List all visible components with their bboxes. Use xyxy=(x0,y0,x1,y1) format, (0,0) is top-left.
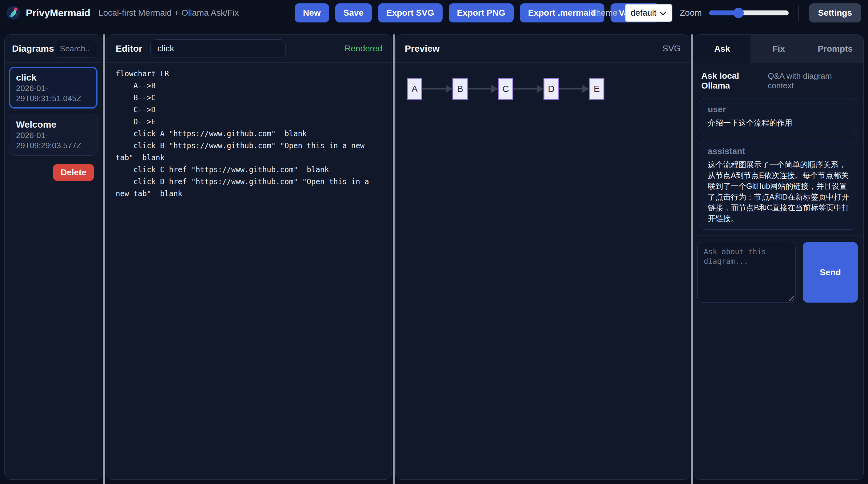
tab-ask[interactable]: Ask xyxy=(694,35,750,63)
preview-panel: Preview SVG A B C D E xyxy=(395,34,690,480)
app-header: PrivyMermaid Local-first Mermaid + Ollam… xyxy=(0,0,868,26)
ask-heading: Ask local Ollama xyxy=(701,71,768,91)
editor-title: Editor xyxy=(116,43,143,54)
diagram-timestamp: 2026-01-29T09:29:03.577Z xyxy=(16,130,90,151)
arrowhead-icon xyxy=(446,85,453,93)
message-role: assistant xyxy=(708,146,849,157)
ask-input[interactable] xyxy=(698,242,796,302)
chevron-down-icon xyxy=(660,9,666,15)
flowchart-node-c[interactable]: C xyxy=(498,78,514,100)
app-title: PrivyMermaid xyxy=(26,7,90,19)
settings-button[interactable]: Settings xyxy=(809,3,861,23)
diagram-timestamp: 2026-01-29T09:31:51.045Z xyxy=(16,83,90,104)
ask-subheading: Q&A with diagram context xyxy=(768,71,857,90)
send-button[interactable]: Send xyxy=(803,242,858,302)
message-text: 介绍一下这个流程的作用 xyxy=(708,118,849,128)
assistant-tabs: Ask Fix Prompts xyxy=(694,35,863,63)
tab-fix[interactable]: Fix xyxy=(750,35,807,63)
diagram-name: click xyxy=(16,72,90,83)
flowchart-edge xyxy=(559,85,589,93)
mermaid-logo-icon xyxy=(6,6,20,20)
mermaid-code-editor[interactable]: flowchart LR A-->B B-->C C-->D D-->E cli… xyxy=(116,68,386,471)
theme-select-value: default xyxy=(630,8,656,18)
search-input[interactable] xyxy=(54,40,98,58)
message-text: 这个流程图展示了一个简单的顺序关系，从节点A到节点E依次连接。每个节点都关联到了… xyxy=(708,159,849,224)
theme-select[interactable]: default xyxy=(625,4,672,22)
header-controls: Theme default Zoom Settings xyxy=(591,3,861,23)
chat-message-user: user 介绍一下这个流程的作用 xyxy=(700,98,857,134)
editor-header: Editor Rendered xyxy=(106,35,392,63)
new-button[interactable]: New xyxy=(294,3,329,23)
brand: PrivyMermaid Local-first Mermaid + Ollam… xyxy=(6,0,239,26)
flowchart-diagram: A B C D E xyxy=(407,78,690,100)
chat-message-assistant: assistant 这个流程图展示了一个简单的顺序关系，从节点A到节点E依次连接… xyxy=(700,140,857,230)
editor-panel: Editor Rendered flowchart LR A-->B B-->C… xyxy=(106,34,392,480)
flowchart-node-a[interactable]: A xyxy=(407,78,422,100)
diagrams-sidebar: Diagrams click 2026-01-29T09:31:51.045Z … xyxy=(4,34,102,480)
panel-splitter[interactable] xyxy=(691,34,693,484)
flowchart-edge xyxy=(514,85,544,93)
theme-label: Theme xyxy=(591,8,618,18)
arrowhead-icon xyxy=(491,85,498,93)
preview-title: Preview xyxy=(405,43,439,54)
preview-format-label: SVG xyxy=(662,44,681,54)
zoom-slider[interactable] xyxy=(709,10,788,15)
panel-splitter[interactable] xyxy=(103,34,105,484)
panel-splitter[interactable] xyxy=(393,34,395,484)
zoom-slider-thumb[interactable] xyxy=(733,8,744,18)
diagram-name-input[interactable] xyxy=(150,39,286,58)
ask-textarea-wrap xyxy=(697,242,796,302)
chat-messages: user 介绍一下这个流程的作用 assistant 这个流程图展示了一个简单的… xyxy=(694,97,863,230)
tab-prompts[interactable]: Prompts xyxy=(807,35,863,63)
assistant-panel: Ask Fix Prompts Ask local Ollama Q&A wit… xyxy=(693,34,864,480)
sidebar-header: Diagrams xyxy=(5,35,102,63)
app-subtitle: Local-first Mermaid + Ollama Ask/Fix xyxy=(98,8,239,18)
render-status-badge: Rendered xyxy=(344,44,382,54)
save-button[interactable]: Save xyxy=(335,3,372,23)
diagram-name: Welcome xyxy=(16,119,90,130)
list-item-click[interactable]: click 2026-01-29T09:31:51.045Z xyxy=(9,67,97,108)
arrowhead-icon xyxy=(537,85,544,93)
zoom-label: Zoom xyxy=(680,8,702,18)
flowchart-edge xyxy=(468,85,498,93)
list-item-welcome[interactable]: Welcome 2026-01-29T09:29:03.577Z xyxy=(9,114,97,156)
flowchart-node-d[interactable]: D xyxy=(544,78,559,100)
zoom-slider-fill xyxy=(709,10,739,15)
ask-input-row: Send xyxy=(694,236,863,302)
flowchart-node-b[interactable]: B xyxy=(453,78,468,100)
header-divider xyxy=(799,5,799,21)
ask-subheader: Ask local Ollama Q&A with diagram contex… xyxy=(694,63,863,97)
delete-button[interactable]: Delete xyxy=(53,164,94,181)
flowchart-node-e[interactable]: E xyxy=(589,78,604,100)
preview-header: Preview SVG xyxy=(396,35,690,63)
sidebar-title: Diagrams xyxy=(12,43,54,54)
arrowhead-icon xyxy=(582,85,589,93)
message-role: user xyxy=(708,104,849,115)
export-png-button[interactable]: Export PNG xyxy=(449,3,514,23)
delete-row: Delete xyxy=(5,161,102,181)
diagram-list: click 2026-01-29T09:31:51.045Z Welcome 2… xyxy=(5,63,102,156)
app-root: PrivyMermaid Local-first Mermaid + Ollam… xyxy=(0,0,868,484)
flowchart-edge xyxy=(422,85,453,93)
export-svg-button[interactable]: Export SVG xyxy=(378,3,443,23)
